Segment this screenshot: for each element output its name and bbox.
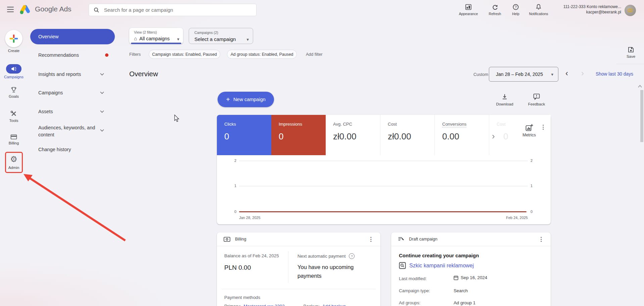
scorecard-conversions[interactable]: Conversions 0.00	[434, 115, 489, 155]
filter-chip-campaign-status[interactable]: Campaign status: Enabled, Paused	[149, 50, 220, 59]
filters-label: Filters	[129, 52, 141, 57]
appearance-icon	[465, 4, 472, 10]
new-campaign-button[interactable]: + New campaign	[218, 92, 274, 107]
new-campaign-label: New campaign	[233, 97, 266, 102]
previous-period-button[interactable]: ‹	[565, 69, 568, 77]
campaign-type-value: Search	[454, 288, 468, 293]
feedback-button[interactable]: Feedback	[524, 93, 549, 106]
rail-item-tools[interactable]: Tools	[0, 111, 28, 123]
scorecards-kebab-menu[interactable]: ⋮	[540, 124, 546, 130]
cost-label: Cost	[388, 122, 434, 127]
filter-chip-ad-group-status[interactable]: Ad group status: Enabled, Paused	[227, 50, 297, 59]
next-payment-label: Next automatic payment	[297, 254, 346, 259]
campaign-select-dropdown[interactable]: Campaigns (2) Select a campaign ▾	[189, 28, 253, 44]
credit-card-icon	[10, 134, 17, 140]
scorecard-cost[interactable]: Cost zł0.00	[380, 115, 434, 155]
sidebar-item-change-history[interactable]: Change history	[38, 147, 71, 152]
create-plus-icon	[10, 35, 18, 43]
search-icon	[94, 7, 99, 13]
search-input[interactable]	[103, 7, 251, 13]
global-search[interactable]	[89, 4, 257, 16]
campaigns-chevron-down-icon[interactable]	[100, 91, 104, 94]
help-icon: ?	[512, 4, 519, 10]
account-info[interactable]: 111-222-333 Konto reklamowe... kacper@be…	[555, 4, 621, 15]
avatar-ornament-icon	[627, 7, 634, 14]
draft-campaign-link[interactable]: Szkic kampanii reklamowej	[399, 262, 474, 269]
save-button[interactable]: Save	[623, 46, 639, 58]
insights-chevron-down-icon[interactable]	[100, 73, 104, 76]
top-bar: Google Ads Appearance Refresh ? Help Not…	[0, 0, 644, 19]
download-button[interactable]: Download	[492, 93, 517, 106]
last-modified-value: Sep 16, 2024	[461, 275, 487, 280]
draft-heading: Continue creating your campaign	[399, 253, 479, 258]
campaigns-rail-label: Campaigns	[0, 75, 28, 79]
svg-text:?: ?	[515, 5, 517, 9]
billing-kebab-menu[interactable]: ⋮	[368, 236, 374, 242]
scorecard-clicks[interactable]: Clicks 0	[217, 115, 271, 155]
billing-card-title: Billing	[235, 237, 246, 242]
create-label: Create	[0, 49, 28, 53]
scorecard-avg-cpc[interactable]: Avg. CPC zł0.00	[326, 115, 380, 155]
scorecard-hidden: Cost 0 › Metrics ⋮	[489, 115, 551, 155]
view-filter-dropdown[interactable]: View (2 filters) ⌂ All campaigns ▾	[129, 28, 183, 44]
main-menu-button[interactable]	[7, 6, 14, 12]
conversions-label: Conversions	[442, 122, 466, 127]
money-icon	[224, 237, 230, 242]
avatar[interactable]	[625, 5, 636, 16]
sidebar-item-insights-and-reports[interactable]: Insights and reports	[38, 72, 81, 77]
assets-chevron-down-icon[interactable]	[100, 110, 104, 113]
next-period-button[interactable]: ›	[581, 69, 584, 77]
scrollbar-up-arrow[interactable]	[638, 85, 642, 88]
backup-method-link[interactable]: Add backup	[322, 304, 346, 306]
primary-method-link[interactable]: Mastercard •••• 2302	[244, 304, 285, 306]
notifications-button[interactable]: Notifications	[526, 3, 551, 16]
google-ads-logo-icon	[19, 4, 32, 14]
scrollbar-thumb[interactable]	[640, 90, 643, 142]
rail-item-goals[interactable]: Goals	[0, 87, 28, 98]
impressions-value: 0	[279, 131, 326, 142]
rail-item-billing[interactable]: Billing	[0, 134, 28, 145]
sidebar-item-overview[interactable]: Overview	[30, 29, 115, 44]
campaign-select-value: Select a campaign	[194, 36, 236, 42]
refresh-icon	[492, 4, 498, 10]
sidebar-item-campaigns[interactable]: Campaigns	[38, 90, 63, 95]
campaign-type-label: Campaign type:	[399, 288, 430, 293]
balance-value: PLN 0.00	[224, 264, 251, 271]
add-filter-button[interactable]: Add filter	[306, 52, 322, 57]
google-ads-app: Google Ads Appearance Refresh ? Help Not…	[0, 0, 644, 306]
primary-method-label: Primary:	[224, 304, 241, 306]
next-payment-help-icon[interactable]: ?	[349, 253, 355, 259]
scorecard-impressions[interactable]: Impressions 0	[271, 115, 326, 155]
cards-scroll-right-button[interactable]: ›	[492, 131, 495, 141]
sidebar-item-assets[interactable]: Assets	[38, 109, 53, 114]
metrics-label: Metrics	[518, 133, 540, 137]
view-caret-icon: ▾	[177, 37, 179, 42]
appearance-button[interactable]: Appearance	[456, 3, 481, 16]
rail-item-create[interactable]: Create	[0, 30, 28, 53]
show-last-30-days-link[interactable]: Show last 30 days	[596, 72, 633, 77]
clicks-label: Clicks	[224, 122, 271, 127]
recommendations-badge-dot	[105, 53, 108, 57]
draft-kebab-menu[interactable]: ⋮	[538, 236, 544, 242]
gridline-2	[239, 161, 528, 161]
mouse-cursor	[174, 115, 180, 123]
draft-card-title: Draft campaign	[409, 237, 438, 242]
hamburger-icon	[7, 6, 14, 12]
audiences-chevron-down-icon[interactable]	[100, 129, 104, 132]
right-toolbar-divider	[616, 64, 644, 64]
draft-link-text: Szkic kampanii reklamowej	[409, 263, 474, 269]
help-button[interactable]: ? Help	[503, 3, 528, 16]
metrics-icon	[525, 124, 533, 132]
date-range-dropdown[interactable]: Jan 28 – Feb 24, 2025 ▾	[489, 67, 558, 82]
google-ads-logo[interactable]: Google Ads	[19, 4, 72, 14]
billing-card: Billing ⋮ Balance as of Feb 24, 2025 PLN…	[217, 232, 380, 306]
billing-card-header: Billing ⋮	[217, 232, 380, 246]
appearance-label: Appearance	[456, 12, 481, 16]
metrics-button[interactable]: Metrics	[518, 124, 540, 137]
ytick-right-1: 1	[531, 184, 533, 188]
product-name: Google Ads	[35, 5, 72, 13]
sidebar-item-audiences[interactable]: Audiences, keywords, and content	[38, 124, 97, 138]
rail-item-campaigns[interactable]: Campaigns	[0, 64, 28, 79]
campaign-select-label: Campaigns (2)	[194, 31, 218, 35]
sidebar-item-recommendations[interactable]: Recommendations	[38, 52, 79, 58]
